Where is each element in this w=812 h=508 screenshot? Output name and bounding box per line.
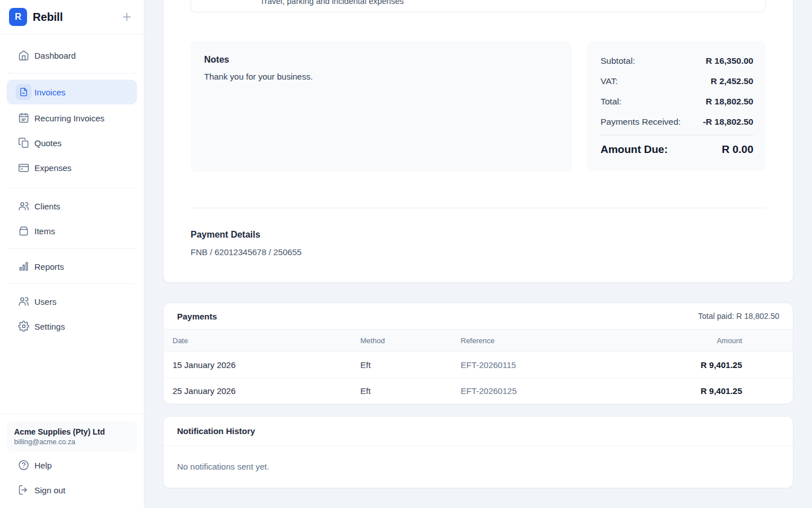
sidebar-item-label: Users — [34, 297, 56, 306]
payment-row[interactable]: 25 January 2026 Eft EFT-20260125 R 9,401… — [164, 378, 793, 404]
copy-documents-icon — [16, 135, 32, 151]
sidebar-item-settings[interactable]: Settings — [7, 315, 137, 338]
sidebar-item-label: Sign out — [34, 485, 65, 495]
column-header-reference: Reference — [461, 336, 635, 345]
invoice-detail-card: Travel, parking and incidental expenses … — [163, 0, 793, 283]
sidebar-item-label: Expenses — [34, 163, 72, 173]
brand-name: Rebill — [33, 11, 63, 24]
payment-reference: EFT-20260125 — [461, 386, 635, 396]
notes-box: Notes Thank you for your business. — [191, 41, 572, 172]
payments-received-value: -R 18,802.50 — [703, 117, 753, 127]
brand-row: R Rebill — [0, 0, 144, 34]
notification-history-header: Notification History — [164, 417, 793, 446]
sidebar-item-invoices[interactable]: Invoices — [7, 80, 137, 104]
line-item-description: Travel, parking and incidental expenses — [260, 0, 404, 7]
payment-method: Eft — [360, 360, 461, 370]
sidebar-item-items[interactable]: Items — [7, 220, 137, 242]
sidebar-item-label: Items — [34, 226, 55, 236]
archive-box-icon — [16, 223, 32, 239]
column-header-amount: Amount — [635, 336, 742, 345]
sidebar-item-help[interactable]: Help — [7, 454, 137, 476]
notification-history-title: Notification History — [177, 426, 255, 436]
invoice-totals-box: Subtotal: R 16,350.00 VAT: R 2,452.50 To… — [587, 41, 766, 171]
sidebar-nav: Dashboard Invoices Recurring Invoices Qu… — [0, 34, 144, 413]
notes-and-totals-row: Notes Thank you for your business. Subto… — [191, 41, 766, 172]
payments-total-paid: Total paid: R 18,802.50 — [698, 312, 779, 321]
notification-history-empty-state: No notifications sent yet. — [164, 446, 793, 488]
payments-received-row: Payments Received: -R 18,802.50 — [601, 112, 753, 132]
gear-icon — [16, 318, 32, 334]
payment-date: 25 January 2026 — [173, 386, 360, 396]
payment-amount: R 9,401.25 — [635, 386, 742, 396]
sidebar-item-label: Dashboard — [34, 51, 76, 60]
sidebar-item-label: Invoices — [34, 87, 65, 97]
notes-body: Thank you for your business. — [204, 72, 558, 81]
sign-out-icon — [16, 482, 32, 498]
sidebar-item-clients[interactable]: Clients — [7, 195, 137, 217]
total-value: R 18,802.50 — [706, 97, 753, 107]
column-header-date: Date — [173, 336, 360, 345]
vat-label: VAT: — [601, 76, 617, 86]
payment-details-value: FNB / 62012345678 / 250655 — [191, 247, 766, 257]
invoice-document-icon — [16, 84, 32, 100]
vat-row: VAT: R 2,452.50 — [601, 71, 753, 91]
notes-title: Notes — [204, 55, 558, 65]
sidebar-item-label: Help — [34, 461, 52, 470]
credit-card-icon — [16, 160, 32, 176]
payment-amount: R 9,401.25 — [635, 360, 742, 370]
clients-people-icon — [16, 198, 32, 214]
sidebar-item-quotes[interactable]: Quotes — [7, 132, 137, 154]
calendar-icon — [16, 110, 32, 126]
main-content: Travel, parking and incidental expenses … — [144, 0, 812, 508]
sidebar-item-expenses[interactable]: Expenses — [7, 156, 137, 179]
sidebar-item-label: Quotes — [34, 138, 61, 148]
account-card[interactable]: Acme Supplies (Pty) Ltd billing@acme.co.… — [7, 422, 137, 452]
plus-icon — [121, 11, 133, 23]
nav-divider — [8, 248, 136, 249]
sidebar-item-sign-out[interactable]: Sign out — [7, 479, 137, 501]
subtotal-value: R 16,350.00 — [706, 56, 753, 66]
invoice-line-items-table: Travel, parking and incidental expenses — [191, 0, 766, 12]
amount-due-label: Amount Due: — [601, 143, 668, 156]
payments-title: Payments — [177, 312, 217, 321]
payment-date: 15 January 2026 — [173, 360, 360, 370]
amount-due-row: Amount Due: R 0.00 — [601, 135, 753, 164]
payments-table-header: Date Method Reference Amount — [164, 329, 793, 352]
subtotal-row: Subtotal: R 16,350.00 — [601, 51, 753, 71]
users-icon — [16, 294, 32, 309]
total-row: Total: R 18,802.50 — [601, 91, 753, 112]
payments-card: Payments Total paid: R 18,802.50 Date Me… — [163, 303, 793, 404]
sidebar-item-label: Recurring Invoices — [34, 113, 104, 123]
column-header-method: Method — [360, 336, 461, 345]
nav-divider — [8, 283, 136, 284]
nav-divider — [8, 188, 136, 189]
account-email: billing@acme.co.za — [14, 438, 130, 446]
sidebar-item-reports[interactable]: Reports — [7, 255, 137, 278]
nav-divider — [8, 73, 136, 73]
payment-details-title: Payment Details — [191, 230, 766, 240]
sidebar-item-users[interactable]: Users — [7, 290, 137, 313]
notification-history-card: Notification History No notifications se… — [163, 416, 793, 488]
sidebar-item-dashboard[interactable]: Dashboard — [7, 44, 137, 67]
help-circle-icon — [16, 457, 32, 473]
home-icon — [16, 47, 32, 63]
subtotal-label: Subtotal: — [601, 56, 635, 66]
section-divider — [191, 208, 766, 208]
payment-reference: EFT-20260115 — [461, 360, 635, 370]
sidebar-item-label: Settings — [34, 322, 65, 331]
total-label: Total: — [601, 97, 621, 107]
bar-chart-icon — [16, 259, 32, 274]
account-company: Acme Supplies (Pty) Ltd — [14, 427, 130, 436]
sidebar-item-label: Reports — [34, 262, 64, 271]
payment-method: Eft — [360, 386, 461, 396]
brand-initial: R — [15, 12, 21, 22]
sidebar-item-recurring-invoices[interactable]: Recurring Invoices — [7, 107, 137, 129]
add-new-button[interactable] — [119, 9, 135, 25]
sidebar: R Rebill Dashboard Invoices Rec — [0, 0, 144, 508]
payments-header: Payments Total paid: R 18,802.50 — [164, 303, 793, 329]
amount-due-value: R 0.00 — [722, 143, 753, 156]
payment-row[interactable]: 15 January 2026 Eft EFT-20260115 R 9,401… — [164, 352, 793, 378]
payments-received-label: Payments Received: — [601, 117, 681, 127]
brand-logo: R — [9, 8, 27, 26]
sidebar-item-label: Clients — [34, 202, 60, 211]
